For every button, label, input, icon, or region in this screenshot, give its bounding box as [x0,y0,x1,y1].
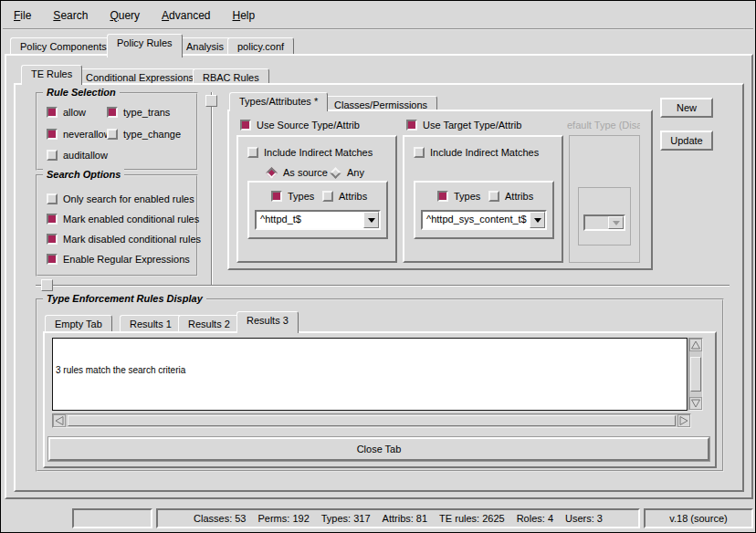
horizontal-scrollbar-thumb[interactable] [68,415,676,426]
new-button[interactable]: New [660,98,713,118]
dropdown-arrow-icon [608,216,624,229]
checkbox-label: Include Indirect Matches [430,147,539,158]
status-attribs: Attribs: 81 [383,513,428,524]
source-type-combobox[interactable]: ^httpd_t$ [255,210,381,230]
apol-window: File Search Query Advanced Help Policy C… [0,0,756,533]
checkbox-indicator [414,147,425,158]
menu-help[interactable]: Help [232,9,255,22]
checkbox-label: type_trans [123,107,170,118]
horizontal-sash-handle[interactable] [41,279,53,291]
checkbox-label: Only search for enabled rules [63,193,194,204]
checkbox-type-change[interactable]: type_change [107,128,181,141]
checkbox-indicator [47,150,58,161]
checkbox-source-attribs[interactable]: Attribs [322,190,367,203]
default-type-combobox [583,214,625,231]
horizontal-sash [36,285,730,287]
scroll-up-icon[interactable] [689,339,702,351]
status-te-rules: TE rules: 2625 [439,513,505,524]
tab-results-1[interactable]: Results 1 [120,315,182,333]
checkbox-target-types[interactable]: Types [437,190,480,203]
checkbox-mark-enabled-conditional[interactable]: Mark enabled conditional rules [47,213,199,225]
scroll-right-icon[interactable] [677,414,690,427]
tab-te-rules[interactable]: TE Rules [21,65,82,85]
scroll-down-icon[interactable] [689,397,702,410]
status-empty-panel [72,508,152,528]
tab-results-2[interactable]: Results 2 [178,315,240,333]
default-type-label: efault Type (Disa [567,120,640,131]
checkbox-label: auditallow [63,150,108,161]
menu-file[interactable]: File [14,9,31,22]
menu-bar: File Search Query Advanced Help [3,3,753,30]
checkbox-label: Attribs [505,191,533,202]
close-tab-button[interactable]: Close Tab [48,437,709,461]
checkbox-neverallow[interactable]: neverallow [47,128,111,141]
checkbox-label: Mark disabled conditional rules [63,234,201,245]
tab-types-attributes[interactable]: Types/Attributes * [229,92,328,111]
checkbox-indicator [47,107,58,118]
radio-indicator [330,167,341,179]
checkbox-indicator [247,147,258,158]
checkbox-indicator [322,191,333,202]
checkbox-allow[interactable]: allow [47,106,86,119]
checkbox-source-include-indirect[interactable]: Include Indirect Matches [247,146,373,159]
menu-search[interactable]: Search [53,9,88,22]
radio-indicator [266,167,278,179]
status-version-panel: v.18 (source) [644,508,753,528]
checkbox-mark-disabled-conditional[interactable]: Mark disabled conditional rules [47,233,201,246]
status-stats-panel: Classes: 53 Perms: 192 Types: 317 Attrib… [156,508,640,528]
dropdown-arrow-icon[interactable] [530,212,545,228]
radio-label: As source [283,167,328,178]
radio-as-source[interactable]: As source [266,166,328,179]
checkbox-label: Types [288,191,314,202]
checkbox-use-source-type[interactable]: Use Source Type/Attrib [240,119,360,131]
checkbox-auditallow[interactable]: auditallow [47,149,108,162]
checkbox-indicator [271,191,282,202]
target-type-combobox[interactable]: ^httpd_sys_content_t$ [421,210,547,230]
tab-empty-tab[interactable]: Empty Tab [45,315,112,333]
tab-policy-conf[interactable]: policy.conf [227,37,294,56]
checkbox-indicator [406,120,417,131]
results-frame-title: Type Enforcement Rules Display [43,293,206,304]
checkbox-label: Mark enabled conditional rules [63,214,199,225]
checkbox-indicator [107,107,118,118]
checkbox-indicator [47,254,58,265]
checkbox-target-attribs[interactable]: Attribs [488,190,533,203]
checkbox-indicator [240,120,251,131]
combobox-value [585,216,608,229]
status-classes: Classes: 53 [194,513,246,524]
checkbox-label: allow [63,107,86,118]
vertical-scrollbar[interactable] [688,338,703,411]
checkbox-label: Use Source Type/Attrib [257,120,360,131]
checkbox-target-include-indirect[interactable]: Include Indirect Matches [414,146,539,159]
tab-analysis[interactable]: Analysis [176,37,234,56]
horizontal-scrollbar[interactable] [52,413,691,428]
checkbox-type-trans[interactable]: type_trans [107,106,170,119]
vertical-sash-handle[interactable] [205,95,217,107]
checkbox-only-enabled-rules[interactable]: Only search for enabled rules [47,193,194,205]
checkbox-indicator [437,191,448,202]
update-button[interactable]: Update [660,131,713,151]
combobox-value: ^httpd_sys_content_t$ [423,212,530,228]
checkbox-indicator [47,193,58,204]
vertical-sash [211,92,213,286]
status-perms: Perms: 192 [258,513,310,524]
checkbox-label: type_change [123,129,181,140]
checkbox-use-target-type[interactable]: Use Target Type/Attrib [406,119,521,131]
results-text-area[interactable]: 3 rules match the search criteria (5822)… [52,338,688,411]
checkbox-indicator [47,129,58,140]
tab-policy-components[interactable]: Policy Components [10,37,117,56]
checkbox-label: Types [454,191,480,202]
vertical-scrollbar-thumb[interactable] [690,357,701,392]
checkbox-source-types[interactable]: Types [271,190,314,203]
radio-any[interactable]: Any [330,166,364,179]
checkbox-enable-regex[interactable]: Enable Regular Expressions [47,253,190,266]
menu-advanced[interactable]: Advanced [162,9,210,22]
tab-policy-rules[interactable]: Policy Rules [107,34,183,57]
status-roles: Roles: 4 [517,513,553,524]
tab-results-3[interactable]: Results 3 [236,311,299,333]
checkbox-indicator [107,129,118,140]
scroll-left-icon[interactable] [53,414,66,427]
dropdown-arrow-icon[interactable] [363,212,379,228]
checkbox-indicator [47,214,58,225]
menu-query[interactable]: Query [110,9,140,22]
